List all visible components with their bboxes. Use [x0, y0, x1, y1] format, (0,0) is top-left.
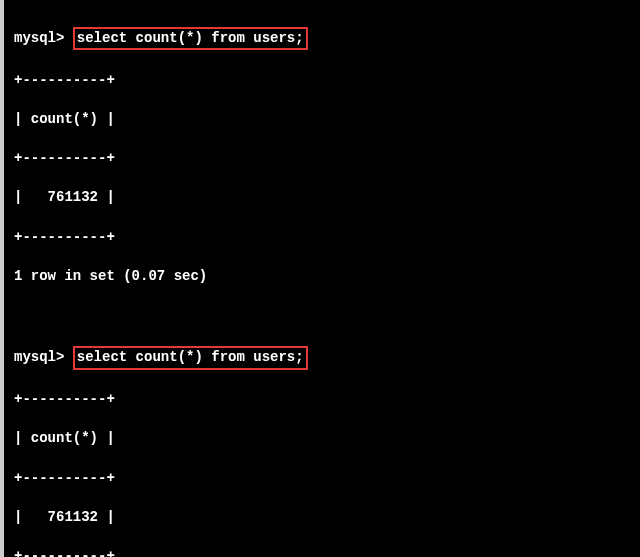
query-1-border-mid: +----------+ — [14, 149, 640, 169]
query-2-border-top: +----------+ — [14, 390, 640, 410]
query-2-sql: select count(*) from users; — [73, 346, 308, 370]
query-1-border-bot: +----------+ — [14, 228, 640, 248]
query-1-value: | 761132 | — [14, 188, 640, 208]
mysql-prompt: mysql> — [14, 30, 73, 46]
scrollbar[interactable] — [0, 0, 4, 557]
query-2-header: | count(*) | — [14, 429, 640, 449]
query-1-footer: 1 row in set (0.07 sec) — [14, 267, 640, 287]
terminal-output: mysql> select count(*) from users; +----… — [14, 6, 640, 557]
query-2-value: | 761132 | — [14, 508, 640, 528]
query-1-sql: select count(*) from users; — [73, 27, 308, 51]
mysql-prompt: mysql> — [14, 349, 73, 365]
query-2-border-bot: +----------+ — [14, 547, 640, 557]
query-2-border-mid: +----------+ — [14, 469, 640, 489]
query-1-border-top: +----------+ — [14, 71, 640, 91]
query-1-header: | count(*) | — [14, 110, 640, 130]
